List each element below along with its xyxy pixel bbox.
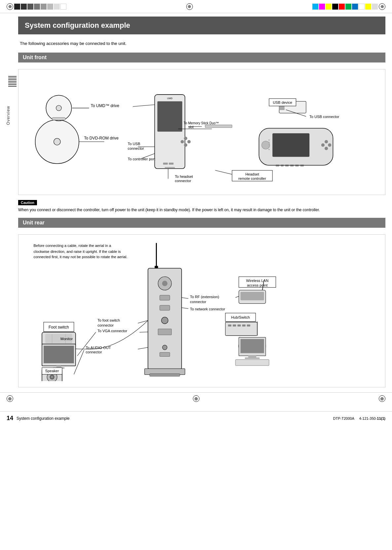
svg-text:connector: connector xyxy=(86,350,102,354)
svg-rect-18 xyxy=(272,133,309,157)
caution-badge: Caution xyxy=(18,200,37,205)
svg-text:remote controller: remote controller xyxy=(238,177,266,180)
svg-rect-100 xyxy=(233,325,236,327)
color-bar-right xyxy=(312,4,378,10)
intro-text: The following accessories may be connect… xyxy=(20,41,385,46)
svg-point-66 xyxy=(162,281,167,286)
sidebar-overview-label: Overview xyxy=(6,106,11,125)
main-content: System configuration example The followi… xyxy=(18,13,385,387)
svg-rect-27 xyxy=(290,165,294,166)
reg-mark-br: ⊕ xyxy=(379,395,385,402)
svg-rect-40 xyxy=(205,125,232,128)
svg-rect-26 xyxy=(285,165,289,166)
caution-section: Caution When you connect or disconnect t… xyxy=(18,200,385,213)
page-title: System configuration example xyxy=(18,17,385,34)
top-bar: ⊕ ⊕ ⊕ xyxy=(0,0,392,13)
svg-text:Monitor: Monitor xyxy=(60,337,73,341)
footer-codes: DTP-T2000A 4-121-350-11(1) xyxy=(333,416,385,420)
page-number: 14 xyxy=(7,415,13,422)
svg-rect-67 xyxy=(160,295,170,300)
svg-text:To Memory Stick Duo™: To Memory Stick Duo™ xyxy=(184,121,219,125)
svg-point-3 xyxy=(56,105,61,111)
svg-text:UMD: UMD xyxy=(167,97,172,100)
svg-rect-6 xyxy=(158,101,182,132)
svg-rect-70 xyxy=(158,329,172,335)
svg-point-9 xyxy=(187,140,191,143)
svg-point-33 xyxy=(268,146,270,148)
svg-text:To UMD™ drive: To UMD™ drive xyxy=(91,103,119,108)
svg-point-10 xyxy=(184,143,187,147)
svg-text:USB device: USB device xyxy=(273,100,292,104)
svg-rect-102 xyxy=(242,325,245,327)
svg-text:Speaker: Speaker xyxy=(45,369,59,373)
svg-text:To VGA connector: To VGA connector xyxy=(97,329,127,333)
bottom-bar: ⊕ ⊕ ⊕ xyxy=(0,392,392,405)
svg-text:To USB connector: To USB connector xyxy=(309,115,339,119)
footer-code2: 4-121-350- xyxy=(359,416,377,420)
svg-text:connector: connector xyxy=(175,179,191,183)
svg-point-8 xyxy=(184,137,187,140)
svg-text:To RF (extension): To RF (extension) xyxy=(190,295,219,299)
svg-line-127 xyxy=(138,347,148,349)
svg-text:Headset: Headset xyxy=(245,172,260,176)
svg-rect-14 xyxy=(165,167,175,168)
svg-rect-68 xyxy=(160,305,170,310)
svg-text:To USB: To USB xyxy=(128,142,140,146)
svg-text:connector: connector xyxy=(190,300,206,304)
svg-point-1 xyxy=(54,138,60,145)
unit-rear-header: Unit rear xyxy=(18,218,385,228)
svg-rect-74 xyxy=(150,374,180,376)
svg-text:To foot switch: To foot switch xyxy=(97,318,120,322)
footer-code1: DTP-T2000A xyxy=(333,416,354,420)
svg-point-69 xyxy=(161,317,168,324)
svg-rect-82 xyxy=(240,292,264,300)
svg-point-21 xyxy=(328,143,331,147)
svg-text:To network connector: To network connector xyxy=(190,307,225,311)
svg-point-23 xyxy=(321,143,325,147)
svg-line-95 xyxy=(182,308,188,309)
svg-rect-29 xyxy=(301,165,304,166)
svg-text:connector: connector xyxy=(128,146,144,150)
unit-front-header: Unit front xyxy=(18,53,385,62)
svg-text:access point: access point xyxy=(247,283,268,287)
svg-line-117 xyxy=(140,332,148,333)
footer-code3: 11(1) xyxy=(377,416,385,420)
svg-rect-98 xyxy=(225,322,257,336)
svg-rect-103 xyxy=(247,325,250,327)
svg-line-84 xyxy=(235,296,239,298)
reg-mark-bl: ⊕ xyxy=(7,395,13,402)
reg-mark-tl: ⊕ xyxy=(7,3,13,10)
unit-rear-diagram: Before connecting a cable, rotate the ae… xyxy=(18,234,385,387)
svg-rect-72 xyxy=(160,353,170,357)
svg-text:slot: slot xyxy=(188,125,194,129)
svg-text:connector: connector xyxy=(97,323,114,327)
svg-text:Foot switch: Foot switch xyxy=(49,325,69,330)
svg-rect-108 xyxy=(245,358,260,359)
svg-rect-12 xyxy=(163,163,168,165)
svg-rect-99 xyxy=(228,325,231,327)
svg-rect-109 xyxy=(235,360,269,366)
reg-mark-tr: ⊕ xyxy=(379,3,385,10)
svg-point-20 xyxy=(325,140,328,143)
left-indicator-lines xyxy=(8,76,17,87)
svg-point-22 xyxy=(325,147,328,150)
footer: 14 System configuration example DTP-T200… xyxy=(0,411,392,425)
svg-point-30 xyxy=(268,139,270,141)
svg-text:To DVD-ROM drive: To DVD-ROM drive xyxy=(84,136,119,140)
svg-point-32 xyxy=(268,144,270,145)
svg-text:Hub/Switch: Hub/Switch xyxy=(231,316,250,320)
svg-point-71 xyxy=(162,345,167,350)
svg-rect-106 xyxy=(240,339,264,353)
svg-text:To controller port: To controller port xyxy=(128,157,156,161)
svg-point-31 xyxy=(268,142,270,143)
svg-point-11 xyxy=(181,140,184,143)
unit-rear-svg: Before connecting a cable, rotate the ae… xyxy=(23,240,380,381)
reg-mark-tc: ⊕ xyxy=(186,3,193,10)
svg-text:To AUDIO OUT: To AUDIO OUT xyxy=(86,346,111,350)
svg-rect-24 xyxy=(276,165,279,166)
svg-line-77 xyxy=(182,298,188,299)
svg-rect-101 xyxy=(237,325,241,327)
reg-mark-bc: ⊕ xyxy=(193,395,199,402)
footer-title: System configuration example xyxy=(17,416,70,421)
svg-rect-13 xyxy=(169,163,173,165)
